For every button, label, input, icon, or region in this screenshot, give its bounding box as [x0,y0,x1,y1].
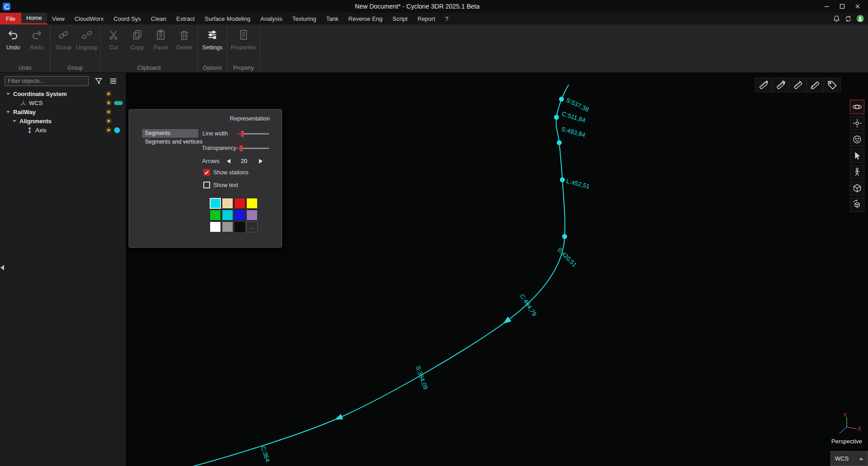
tree-item-railway[interactable]: RailWay [0,107,126,116]
paste-button[interactable]: Paste [149,24,173,63]
viewport-3d[interactable]: S:537,38C:511,84S:493,84L:452,51S:420,51… [126,73,868,466]
color-swatch[interactable] [246,210,258,221]
chevron-down-icon[interactable] [6,111,10,113]
menu-item-file[interactable]: File [0,13,21,24]
panel-collapse-handle[interactable] [0,265,4,270]
tree-item-alignments[interactable]: Alignments [0,116,126,125]
color-swatch[interactable] [210,221,221,232]
menu-item-clean[interactable]: Clean [146,13,171,24]
measure-toolbar [755,77,841,92]
sync-icon[interactable] [844,15,852,23]
menu-item-reverse-eng[interactable]: Reverse Eng [344,13,388,24]
cube-icon [852,183,862,193]
rotate-view-button[interactable] [850,197,864,212]
undo-button[interactable]: Undo [1,24,25,63]
bell-icon[interactable] [833,15,840,23]
settings-button[interactable]: Settings [199,24,225,63]
menu-item-[interactable]: ? [440,13,453,24]
arrows-increase-button[interactable] [259,159,263,163]
arrows-decrease-button[interactable] [227,159,230,163]
chevron-down-icon[interactable] [6,93,10,95]
walk-mode-button[interactable] [850,165,864,179]
wcs-active-toggle[interactable] [114,101,123,105]
hamburger-menu-icon[interactable] [109,77,118,86]
measure-cloud-button[interactable] [772,77,789,92]
button-label: Settings [202,44,222,51]
measure-distance-button[interactable] [789,77,806,92]
menu-item-home[interactable]: Home [21,13,47,24]
maximize-button[interactable] [834,0,850,13]
menu-item-analysis[interactable]: Analysis [255,13,287,24]
color-swatch[interactable] [222,198,233,209]
orbit-tool-button[interactable] [850,100,864,114]
visibility-sun-icon[interactable] [106,109,112,115]
visibility-sun-icon[interactable] [106,100,112,106]
mode-segments-and-vertices[interactable]: Segments and vertices [142,138,198,146]
app-icon[interactable] [3,3,10,10]
delete-button[interactable]: Delete [173,24,196,63]
show-stations-label: Show stations [213,169,249,176]
center-tool-button[interactable] [850,116,864,130]
show-stations-checkbox[interactable] [203,169,210,176]
color-swatch[interactable] [222,210,233,221]
close-icon [854,3,861,10]
color-swatch[interactable] [246,198,258,209]
visibility-sun-icon[interactable] [106,118,112,124]
tree-item-coordinate-system[interactable]: Coordinate System [0,89,126,98]
group-button[interactable]: Group [52,24,75,63]
view-mode-label[interactable]: Perspective [831,438,862,445]
label-tool-button[interactable] [824,77,841,92]
examine-tool-button[interactable] [850,132,864,147]
cut-button[interactable]: Cut [102,24,125,63]
menu-item-report[interactable]: Report [412,13,440,24]
mode-segments[interactable]: Segments [142,129,198,138]
button-label: Properties [231,44,257,51]
color-swatch[interactable] [234,210,245,221]
menu-item-coord-sys[interactable]: Coord Sys [109,13,146,24]
color-swatch[interactable] [234,198,245,209]
axis-triad-icon [20,100,27,106]
color-swatch[interactable] [210,210,221,221]
menu-item-tank[interactable]: Tank [321,13,343,24]
measure-point-button[interactable] [755,77,772,92]
select-tool-button[interactable] [850,149,864,163]
station-label: C:364 [259,445,271,463]
cube-view-button[interactable] [850,181,864,196]
tree-item-wcs[interactable]: WCS [0,98,126,107]
minimize-button[interactable] [819,0,834,13]
show-text-checkbox[interactable] [203,182,210,188]
redo-button[interactable]: Redo [25,24,48,63]
color-swatch[interactable] [222,221,233,232]
menu-item-extract[interactable]: Extract [171,13,199,24]
menu-item-script[interactable]: Script [388,13,412,24]
measure-distance-icon [792,80,803,91]
close-button[interactable] [850,0,865,13]
user-avatar[interactable] [856,14,864,23]
axis-triad[interactable]: Y X [832,412,861,441]
funnel-filter-icon[interactable] [94,77,103,86]
visibility-sun-icon[interactable] [106,127,112,133]
color-swatch[interactable] [210,198,221,209]
filter-objects-input[interactable] [5,76,89,86]
visibility-sun-icon[interactable] [106,91,112,97]
menu-item-surface-modeling[interactable]: Surface Modeling [200,13,255,24]
color-swatch[interactable] [234,221,245,232]
ribbon-group-label: Property [227,65,260,71]
ribbon-group-undo: Undo Redo Undo [0,24,50,72]
copy-button[interactable]: Copy [125,24,149,63]
more-colors-button[interactable]: ... [246,221,258,232]
coordinate-system-selector[interactable]: WCS [830,451,868,466]
button-label: Group [56,44,72,51]
chevron-down-icon[interactable] [13,120,16,122]
measure-angle-button[interactable] [806,77,824,92]
menu-item-cloudworx[interactable]: CloudWorx [70,13,109,24]
transparency-slider[interactable] [237,145,269,151]
line-width-slider[interactable] [237,131,269,137]
ungroup-button[interactable]: Ungroup [75,24,99,63]
tree-item-axis[interactable]: Axis [0,125,126,135]
properties-button[interactable]: Properties [229,24,259,63]
ribbon-group-group: Group Ungroup Group [50,24,101,72]
menu-item-view[interactable]: View [47,13,70,24]
menu-item-texturing[interactable]: Texturing [287,13,321,24]
axis-color-dot[interactable] [114,127,120,133]
